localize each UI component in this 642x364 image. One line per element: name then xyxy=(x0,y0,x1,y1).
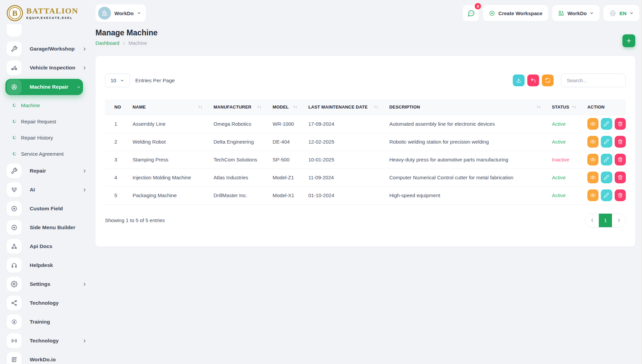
sidebar-item-machine-repair[interactable]: Machine Repair xyxy=(5,79,83,95)
edit-button[interactable] xyxy=(601,118,612,130)
sidebar-subitem-repair-request[interactable]: Repair Request xyxy=(7,115,89,128)
col-header-description[interactable]: DESCRIPTION↑↓ xyxy=(380,99,542,115)
delete-button[interactable] xyxy=(615,189,626,201)
cell-date: 01-10-2024 xyxy=(299,186,380,204)
create-workspace-button[interactable]: Create Workspace xyxy=(483,5,548,21)
sidebar-item-helpdesk[interactable]: Helpdesk xyxy=(7,257,89,273)
sidebar-item-repair[interactable]: Repair xyxy=(7,163,89,179)
chat-button[interactable]: 0 xyxy=(463,5,479,21)
workspace-menu-button[interactable]: WorkDo xyxy=(552,5,599,21)
sort-icon[interactable]: ↑↓ xyxy=(571,105,576,109)
sidebar-subitem-machine[interactable]: Machine xyxy=(7,98,89,112)
edit-button[interactable] xyxy=(601,189,612,201)
pencil-icon xyxy=(604,139,609,145)
cell-description: High-speed equipment xyxy=(380,186,542,204)
sidebar-item-vehicle-inspection[interactable]: Vehicle Inspection xyxy=(7,60,89,75)
delete-button[interactable] xyxy=(615,136,626,148)
plus-circle-icon xyxy=(489,10,495,17)
sort-icon[interactable]: ↑↓ xyxy=(292,105,297,109)
delete-button[interactable] xyxy=(615,118,626,130)
status-text: Inactive xyxy=(542,151,578,169)
trash-icon xyxy=(617,121,623,127)
sidebar-item-training[interactable]: Training xyxy=(7,314,89,330)
pagination-page-1[interactable]: 1 xyxy=(599,214,612,227)
sort-icon[interactable]: ↑↓ xyxy=(257,105,261,109)
cell-manufacturer: DrillMaster Inc. xyxy=(204,186,263,204)
edit-button[interactable] xyxy=(601,154,612,165)
pagination-prev-button[interactable] xyxy=(585,214,599,227)
sidebar-item-custom-field[interactable]: Custom Field xyxy=(7,201,89,216)
undo-icon xyxy=(530,78,536,83)
chat-bubble-icon xyxy=(467,9,475,17)
sidebar-subitem-repair-history[interactable]: Repair History xyxy=(7,131,89,144)
sidebar-item-api-docs[interactable]: Api Docs xyxy=(7,239,89,254)
sidebar-item-side-menu-builder[interactable]: Side Menu Builder xyxy=(7,220,89,235)
col-header-status[interactable]: STATUS↑↓ xyxy=(542,99,578,115)
brand-tagline: EQUIP,EXECUTE,EXEL xyxy=(26,16,78,20)
entries-per-page-label: Entries Per Page xyxy=(135,78,175,84)
bullet-icon xyxy=(12,152,17,156)
table-row: 3 Stamping Press TechCom Solutions SP-50… xyxy=(105,151,626,169)
chevron-right-icon xyxy=(122,41,126,45)
cell-no: 2 xyxy=(105,133,123,151)
plus-circle-icon xyxy=(7,201,22,216)
sidebar-item-label: Side Menu Builder xyxy=(30,224,89,231)
search-input[interactable] xyxy=(561,73,626,87)
col-header-name[interactable]: NAME↑↓ xyxy=(123,99,204,115)
col-header-manufacturer[interactable]: MANUFACTURER↑↓ xyxy=(204,99,263,115)
view-button[interactable] xyxy=(587,154,598,165)
table-header-row: NO NAME↑↓ MANUFACTURER↑↓ MODEL↑↓ LAST MA… xyxy=(105,99,626,115)
sidebar-item-technology-2[interactable]: Technology xyxy=(7,333,89,348)
edit-button[interactable] xyxy=(601,172,612,183)
view-button[interactable] xyxy=(587,136,598,148)
sidebar-item-workdo-io[interactable]: WorkDo.io xyxy=(7,352,89,364)
edit-button[interactable] xyxy=(601,136,612,148)
sidebar-item-technology[interactable]: Technology xyxy=(7,295,89,311)
chevron-right-icon xyxy=(82,169,87,173)
pagination-next-button[interactable] xyxy=(612,214,625,227)
sidebar-item-garage-workshop[interactable]: Garage/Workshop xyxy=(7,41,89,57)
entries-per-page-select[interactable]: 10 xyxy=(105,73,130,87)
status-text: Active xyxy=(542,186,578,204)
workspace-selector[interactable]: WorkDo xyxy=(95,4,146,22)
view-button[interactable] xyxy=(587,189,598,201)
cell-date: 17-09-2024 xyxy=(299,115,380,133)
document-icon xyxy=(7,352,22,364)
add-machine-button[interactable] xyxy=(622,34,635,47)
view-button[interactable] xyxy=(587,118,598,130)
cell-name: Assembly Line xyxy=(123,115,204,133)
col-header-no[interactable]: NO xyxy=(105,99,123,115)
export-download-button[interactable] xyxy=(513,74,525,86)
showing-entries-text: Showing 1 to 5 of 5 entries xyxy=(105,217,165,223)
col-header-model[interactable]: MODEL↑↓ xyxy=(263,99,299,115)
cell-name: Packaging Machine xyxy=(123,186,204,204)
col-header-action: ACTION xyxy=(578,99,626,115)
language-selector[interactable]: EN xyxy=(604,5,639,21)
sidebar-item-label: Settings xyxy=(30,281,82,287)
sort-icon[interactable]: ↑↓ xyxy=(198,105,202,109)
focus-dashed-icon xyxy=(7,314,22,329)
undo-button[interactable] xyxy=(527,74,539,86)
sidebar-item-settings[interactable]: Settings xyxy=(7,276,89,292)
col-header-last-maintenance-date[interactable]: LAST MAINTENANCE DATE↑↓ xyxy=(299,99,380,115)
sort-icon[interactable]: ↑↓ xyxy=(373,105,378,109)
delete-button[interactable] xyxy=(615,172,626,183)
pagination: 1 xyxy=(585,213,626,228)
headphones-icon xyxy=(7,258,22,273)
sidebar-item-label: Vehicle Inspection xyxy=(30,65,82,71)
language-label: EN xyxy=(619,10,626,16)
sort-icon[interactable]: ↑↓ xyxy=(536,105,540,109)
cell-model: SP-500 xyxy=(263,151,299,169)
sidebar-subitem-service-agreement[interactable]: Service Agreement xyxy=(7,147,89,160)
refresh-button[interactable] xyxy=(542,74,554,86)
eye-icon xyxy=(590,175,596,180)
table-toolbar: 10 Entries Per Page xyxy=(105,73,626,87)
sidebar-item-label: Training xyxy=(30,319,89,325)
sidebar-menu: Garage/Workshop Vehicle Inspection Machi… xyxy=(7,24,89,364)
view-button[interactable] xyxy=(587,172,598,183)
breadcrumb-dashboard-link[interactable]: Dashboard xyxy=(95,40,119,46)
delete-button[interactable] xyxy=(615,154,626,165)
breadcrumb: Dashboard Machine xyxy=(95,40,158,46)
partially-visible-menu-tile xyxy=(7,24,22,36)
sidebar-item-ai[interactable]: AI xyxy=(7,182,89,198)
